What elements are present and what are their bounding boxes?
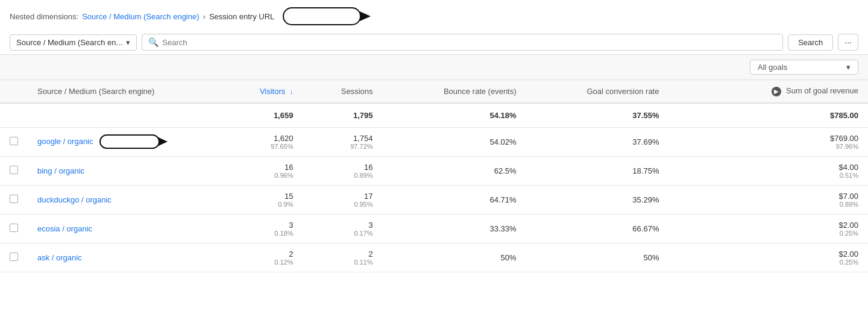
row-visitors-value: 1,620 bbox=[230, 134, 293, 143]
row-bounce-rate-cell: 54.02% bbox=[383, 127, 526, 156]
row-bounce-rate-cell: 64.71% bbox=[383, 185, 526, 214]
row-visitors-pct: 0.12% bbox=[230, 259, 293, 266]
filter-row: All goals ▾ bbox=[0, 55, 868, 80]
row-sessions-value: 2 bbox=[312, 250, 373, 259]
col-goal-conversion-header: Goal conversion rate bbox=[526, 80, 669, 103]
row-checkbox[interactable] bbox=[10, 253, 18, 261]
data-table: All goals ▾ Source / Medium (Search engi… bbox=[0, 55, 868, 272]
dimension-link[interactable]: ecosia / organic bbox=[37, 224, 92, 233]
breadcrumb-separator: › bbox=[203, 12, 206, 21]
totals-row: 1,659 1,795 54.18% 37.55% $785.00 bbox=[0, 103, 868, 128]
row-visitors-value: 3 bbox=[230, 221, 293, 230]
row-goal-conversion-cell: 37.69% bbox=[526, 127, 669, 156]
breadcrumb: Nested dimensions: Source / Medium (Sear… bbox=[0, 0, 868, 30]
row-sessions-cell: 170.95% bbox=[303, 185, 382, 214]
row-sessions-value: 3 bbox=[312, 221, 373, 230]
goal-revenue-icon: ▶ bbox=[772, 87, 781, 96]
row-sessions-pct: 0.95% bbox=[312, 201, 373, 208]
row-checkbox-cell bbox=[0, 127, 28, 156]
row-sessions-pct: 0.89% bbox=[312, 172, 373, 179]
dimension-link[interactable]: ask / organic bbox=[37, 253, 82, 262]
goals-dropdown-chevron: ▾ bbox=[846, 63, 851, 72]
dimension-dropdown[interactable]: Source / Medium (Search en... ▾ bbox=[10, 34, 137, 51]
row-dimension-cell: duckduckgo / organic bbox=[28, 185, 221, 214]
row-visitors-pct: 0.96% bbox=[230, 172, 293, 179]
totals-sessions: 1,795 bbox=[303, 103, 382, 128]
table-row: bing / organic160.96%160.89%62.5%18.75%$… bbox=[0, 156, 868, 185]
table-row: ask / organic20.12%20.11%50%50%$2.000.25… bbox=[0, 243, 868, 272]
row-sessions-pct: 0.17% bbox=[312, 230, 373, 237]
row-checkbox[interactable] bbox=[10, 224, 18, 232]
row-goal-revenue-value: $4.00 bbox=[678, 163, 858, 172]
col-bounce-rate-header: Bounce rate (events) bbox=[383, 80, 526, 103]
row-goal-conversion-cell: 50% bbox=[526, 243, 669, 272]
row-visitors-cell: 30.18% bbox=[221, 214, 303, 243]
row-sessions-value: 1,754 bbox=[312, 134, 373, 143]
row-visitors-pct: 0.9% bbox=[230, 201, 293, 208]
row-goal-revenue-value: $2.00 bbox=[678, 250, 858, 259]
row-goal-revenue-cell: $2.000.25% bbox=[668, 214, 868, 243]
row-sessions-cell: 30.17% bbox=[303, 214, 382, 243]
dimension-dropdown-label: Source / Medium (Search en... bbox=[16, 38, 122, 47]
dimension-link[interactable]: duckduckgo / organic bbox=[37, 195, 112, 204]
totals-visitors: 1,659 bbox=[221, 103, 303, 128]
totals-goal-conversion: 37.55% bbox=[526, 103, 669, 128]
row-visitors-cell: 160.96% bbox=[221, 156, 303, 185]
row-sessions-pct: 97.72% bbox=[312, 143, 373, 150]
filter-cell-right: All goals ▾ bbox=[668, 55, 868, 80]
row-checkbox[interactable] bbox=[10, 195, 18, 203]
row-dimension-cell: google / organic bbox=[28, 127, 221, 156]
row-sessions-value: 17 bbox=[312, 192, 373, 201]
row-goal-revenue-value: $769.00 bbox=[678, 134, 858, 143]
row-dimension-cell: bing / organic bbox=[28, 156, 221, 185]
row-sessions-cell: 20.11% bbox=[303, 243, 382, 272]
breadcrumb-session-entry: Session entry URL bbox=[209, 12, 274, 21]
col-goal-revenue-header: ▶ Sum of goal revenue bbox=[668, 80, 868, 103]
row-callout-arrow-tip bbox=[159, 137, 168, 146]
dimension-link[interactable]: google / organic bbox=[37, 137, 93, 146]
row-bounce-rate-cell: 33.33% bbox=[383, 214, 526, 243]
row-callout-shape bbox=[99, 134, 160, 149]
col-visitors-header[interactable]: Visitors ↓ bbox=[221, 80, 303, 103]
row-sessions-pct: 0.11% bbox=[312, 259, 373, 266]
row-dimension-cell: ecosia / organic bbox=[28, 214, 221, 243]
data-table-container: All goals ▾ Source / Medium (Search engi… bbox=[0, 55, 868, 272]
row-goal-revenue-pct: 0.25% bbox=[678, 259, 858, 266]
row-visitors-cell: 150.9% bbox=[221, 185, 303, 214]
col-dimension-header: Source / Medium (Search engine) bbox=[28, 80, 221, 103]
table-body: 1,659 1,795 54.18% 37.55% $785.00 google… bbox=[0, 103, 868, 272]
search-icon: 🔍 bbox=[148, 37, 159, 47]
row-visitors-value: 2 bbox=[230, 250, 293, 259]
row-sessions-cell: 1,75497.72% bbox=[303, 127, 382, 156]
goals-dropdown[interactable]: All goals ▾ bbox=[750, 60, 858, 75]
row-goal-conversion-cell: 18.75% bbox=[526, 156, 669, 185]
search-button[interactable]: Search bbox=[788, 34, 833, 51]
search-box-container: 🔍 bbox=[142, 34, 783, 51]
row-goal-revenue-cell: $2.000.25% bbox=[668, 243, 868, 272]
row-checkbox-cell bbox=[0, 185, 28, 214]
sort-arrow-icon: ↓ bbox=[290, 88, 294, 95]
totals-checkbox-cell bbox=[0, 103, 28, 128]
row-goal-revenue-value: $2.00 bbox=[678, 221, 858, 230]
col-checkbox-header bbox=[0, 80, 28, 103]
row-checkbox[interactable] bbox=[10, 166, 18, 174]
row-goal-revenue-cell: $4.000.51% bbox=[668, 156, 868, 185]
more-options-button[interactable]: ··· bbox=[838, 34, 858, 51]
row-visitors-pct: 0.18% bbox=[230, 230, 293, 237]
row-goal-conversion-cell: 35.29% bbox=[526, 185, 669, 214]
row-checkbox[interactable] bbox=[10, 137, 18, 145]
dimension-link[interactable]: bing / organic bbox=[37, 166, 84, 175]
row-visitors-cell: 1,62097.65% bbox=[221, 127, 303, 156]
row-goal-conversion-cell: 66.67% bbox=[526, 214, 669, 243]
toolbar: Source / Medium (Search en... ▾ 🔍 Search… bbox=[0, 30, 868, 55]
table-row: google / organic1,62097.65%1,75497.72%54… bbox=[0, 127, 868, 156]
breadcrumb-source-medium[interactable]: Source / Medium (Search engine) bbox=[82, 12, 199, 21]
row-goal-revenue-pct: 0.25% bbox=[678, 230, 858, 237]
search-input[interactable] bbox=[162, 38, 776, 47]
row-sessions-cell: 160.89% bbox=[303, 156, 382, 185]
row-goal-revenue-cell: $769.0097.96% bbox=[668, 127, 868, 156]
row-visitors-cell: 20.12% bbox=[221, 243, 303, 272]
totals-dimension-cell bbox=[28, 103, 221, 128]
row-checkbox-cell bbox=[0, 214, 28, 243]
row-goal-revenue-pct: 0.51% bbox=[678, 172, 858, 179]
